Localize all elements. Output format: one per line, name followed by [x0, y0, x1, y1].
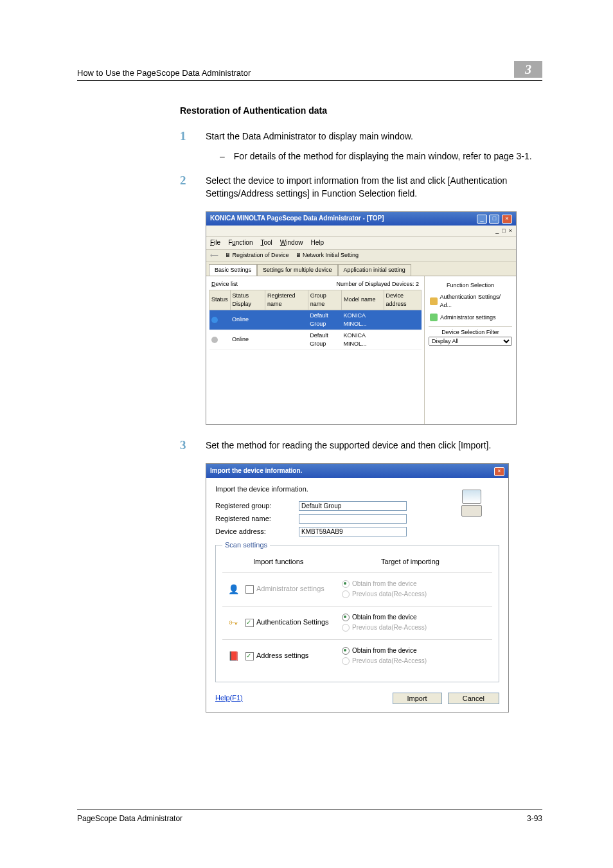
table-row[interactable]: Online Default Group KONICA MINOL... [209, 310, 422, 330]
device-graphic-icon [456, 490, 488, 526]
checkbox-admin [245, 585, 254, 594]
radio-admin-obtain [342, 580, 350, 588]
address-icon: 📕 [226, 650, 240, 662]
func-auth-settings[interactable]: Authentication Settings/ Ad... [429, 291, 512, 312]
window-title: KONICA MINOLTA PageScope Data Administra… [210, 214, 384, 224]
import-button[interactable]: Import [393, 693, 442, 704]
col-model[interactable]: Model name [342, 290, 384, 310]
scan-settings-legend: Scan settings [222, 541, 270, 549]
menu-help[interactable]: Help [310, 238, 324, 248]
admin-icon [430, 314, 438, 321]
running-head: How to Use the PageScope Data Administra… [77, 68, 251, 78]
device-list-caption: Device list [211, 280, 238, 288]
checkbox-address[interactable] [245, 652, 254, 660]
col-address[interactable]: Device address [384, 290, 421, 310]
screenshot-app-window: KONICA MINOLTA PageScope Data Administra… [206, 211, 517, 424]
help-link[interactable]: Help(F1) [215, 693, 243, 704]
screenshot-import-dialog: Import the device information. × Import … [206, 463, 509, 713]
col-reg-name[interactable]: Registered name [265, 290, 308, 310]
close-icon[interactable]: × [494, 467, 504, 476]
radio-admin-previous [342, 590, 350, 598]
label-registered-group: Registered group: [215, 501, 299, 511]
auth-icon: 🗝 [226, 616, 240, 629]
inner-window-controls: _ □ × [206, 226, 516, 237]
maximize-icon[interactable]: □ [489, 215, 499, 224]
toolbar: ⟵ 🖥 Registration of Device 🖥 Network Ini… [206, 250, 516, 261]
label-registered-name: Registered name: [215, 514, 299, 524]
table-row[interactable]: Online Default Group KONICA MINOL... [209, 330, 422, 350]
header-import-functions: Import functions [253, 557, 303, 567]
function-selection-header: Function Selection [429, 280, 512, 291]
dialog-titlebar: Import the device information. × [206, 464, 508, 478]
menu-file[interactable]: FFileile [210, 238, 220, 248]
toolbar-reg-device[interactable]: 🖥 Registration of Device [225, 251, 289, 260]
step-text: Select the device to import information … [206, 174, 542, 200]
step-number: 3 [180, 439, 206, 451]
window-titlebar: KONICA MINOLTA PageScope Data Administra… [206, 212, 516, 226]
menu-function[interactable]: Function [228, 238, 253, 248]
toolbar-net-setting[interactable]: 🖥 Network Initial Setting [296, 251, 359, 260]
field-device-address [299, 527, 407, 536]
admin-icon: 👤 [226, 583, 240, 596]
menu-bar: FFileile Function Tool Window Help [206, 237, 516, 250]
status-dot-icon [211, 337, 218, 343]
step-number: 1 [180, 130, 206, 142]
checkbox-auth[interactable] [245, 619, 254, 627]
field-registered-name [299, 514, 407, 524]
menu-tool[interactable]: Tool [260, 238, 272, 248]
footer-product: PageScope Data Administrator [77, 814, 182, 823]
menu-window[interactable]: Window [280, 238, 303, 248]
page-number: 3-93 [527, 814, 542, 823]
col-group[interactable]: Group name [308, 290, 341, 310]
status-dot-icon [211, 317, 218, 323]
filter-select[interactable]: Display All [429, 337, 512, 346]
step-number: 2 [180, 174, 206, 186]
toolbar-back-icon[interactable]: ⟵ [210, 251, 218, 260]
cancel-button[interactable]: Cancel [448, 693, 499, 704]
radio-auth-previous [342, 624, 350, 632]
filter-header: Device Selection Filter [429, 328, 512, 337]
tab-basic-settings[interactable]: Basic Settings [209, 264, 257, 276]
tab-strip: Basic Settings Settings for multiple dev… [206, 261, 516, 276]
device-table: Status Status Display Registered name Gr… [209, 290, 422, 350]
col-status[interactable]: Status [209, 290, 231, 310]
col-status-display[interactable]: Status Display [230, 290, 265, 310]
close-icon[interactable]: × [502, 215, 512, 224]
dialog-title: Import the device information. [210, 466, 302, 476]
label-admin-settings: Administrator settings [256, 584, 324, 594]
step-subtext: For details of the method for displaying… [220, 150, 542, 163]
radio-addr-previous [342, 657, 350, 665]
step-text: Set the method for reading the supported… [206, 439, 542, 452]
label-auth-settings: Authentication Settings [256, 617, 329, 628]
radio-addr-obtain[interactable] [342, 647, 350, 655]
func-admin-settings[interactable]: Administrator settings [429, 312, 512, 324]
header-target: Target of importing [381, 557, 440, 567]
field-registered-group [299, 501, 407, 511]
device-count: Number of Displayed Devices: 2 [336, 280, 419, 288]
minimize-icon[interactable]: _ [477, 215, 487, 224]
chapter-badge: 3 [514, 61, 542, 78]
label-address-settings: Address settings [256, 651, 308, 661]
section-heading: Restoration of Authentication data [180, 104, 542, 117]
label-device-address: Device address: [215, 527, 299, 537]
step-text: Start the Data Administrator to display … [206, 130, 542, 143]
radio-auth-obtain[interactable] [342, 614, 350, 621]
tab-app-initial[interactable]: Application initial setting [338, 264, 411, 276]
auth-icon [430, 297, 438, 305]
tab-multiple-device[interactable]: Settings for multiple device [257, 264, 338, 276]
